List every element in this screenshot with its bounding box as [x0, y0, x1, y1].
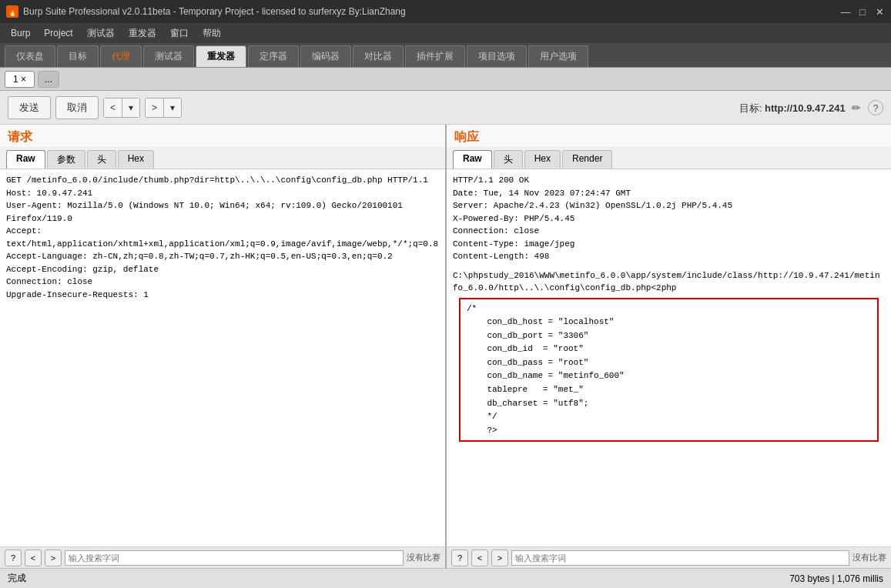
search-next-right[interactable]: > — [491, 550, 508, 566]
req-tab-hex[interactable]: Hex — [118, 150, 154, 169]
search-bars: ? < > 没有比赛 ? < > 没有比赛 — [0, 546, 891, 568]
resp-tab-render[interactable]: Render — [562, 150, 612, 169]
search-help-left[interactable]: ? — [5, 550, 22, 566]
menu-project[interactable]: Project — [38, 25, 79, 41]
tab-dashboard[interactable]: 仪表盘 — [5, 45, 55, 67]
response-code-text: /* con_db_host = "localhost" con_db_port… — [467, 302, 871, 438]
maximize-button[interactable]: □ — [857, 6, 868, 17]
minimize-button[interactable]: — — [840, 6, 851, 17]
response-panel: 响应 Raw 头 Hex Render HTTP/1.1 200 OK Date… — [447, 125, 891, 546]
menu-tester[interactable]: 测试器 — [81, 25, 121, 42]
search-bar-left: ? < > 没有比赛 — [0, 546, 447, 568]
nav-prev-button[interactable]: < — [104, 99, 122, 117]
target-url: http://10.9.47.241 — [765, 102, 846, 114]
resp-tab-headers[interactable]: 头 — [494, 150, 523, 169]
tab-proxy[interactable]: 代理 — [100, 45, 142, 67]
send-button[interactable]: 发送 — [8, 96, 51, 119]
sub-tab-more[interactable]: ... — [38, 71, 59, 88]
status-info: 703 bytes | 1,076 millis — [789, 573, 883, 584]
req-tab-headers[interactable]: 头 — [87, 150, 116, 169]
tab-extensions[interactable]: 插件扩展 — [405, 45, 465, 67]
tab-project-options[interactable]: 项目选项 — [467, 45, 527, 67]
cancel-button[interactable]: 取消 — [55, 96, 99, 119]
toolbar: 发送 取消 < ▾ > ▾ 目标: http://10.9.47.241 ✏ ? — [0, 91, 891, 125]
menu-bar: Burp Project 测试器 重发器 窗口 帮助 — [0, 23, 891, 43]
menu-help[interactable]: 帮助 — [196, 25, 227, 42]
no-match-right: 没有比赛 — [852, 552, 886, 563]
nav-prev-group: < ▾ — [103, 98, 140, 118]
menu-burp[interactable]: Burp — [5, 25, 36, 41]
target-label-text: 目标: — [739, 102, 762, 114]
req-tab-params[interactable]: 参数 — [47, 150, 85, 169]
nav-next-dropdown[interactable]: ▾ — [164, 99, 181, 117]
resp-tab-raw[interactable]: Raw — [453, 150, 492, 169]
request-section-title: 请求 — [0, 125, 445, 147]
search-bar-right: ? < > 没有比赛 — [447, 546, 891, 568]
no-match-left: 没有比赛 — [407, 552, 440, 563]
nav-next-button[interactable]: > — [146, 99, 164, 117]
menu-resender[interactable]: 重发器 — [122, 25, 162, 42]
response-content-area[interactable]: HTTP/1.1 200 OK Date: Tue, 14 Nov 2023 0… — [447, 169, 891, 546]
status-ready: 完成 — [8, 572, 26, 585]
request-content[interactable]: GET /metinfo_6.0.0/include/thumb.php?dir… — [0, 169, 445, 546]
search-prev-left[interactable]: < — [25, 550, 42, 566]
main-tabs: 仪表盘 目标 代理 测试器 重发器 定序器 编码器 对比器 插件扩展 项目选项 … — [0, 43, 891, 68]
window-title: Burp Suite Professional v2.0.11beta - Te… — [23, 6, 406, 17]
tab-user-options[interactable]: 用户选项 — [528, 45, 588, 67]
search-help-right[interactable]: ? — [451, 550, 468, 566]
search-input-right[interactable] — [511, 550, 849, 566]
tab-sequencer[interactable]: 定序器 — [248, 45, 299, 67]
status-bar: 完成 703 bytes | 1,076 millis — [0, 568, 891, 588]
search-input-left[interactable] — [65, 550, 404, 566]
menu-window[interactable]: 窗口 — [164, 25, 195, 42]
tab-target[interactable]: 目标 — [57, 45, 99, 67]
title-bar: 🔥 Burp Suite Professional v2.0.11beta - … — [0, 0, 891, 23]
sub-tab-1[interactable]: 1 × — [5, 71, 35, 88]
tab-intruder[interactable]: 测试器 — [143, 45, 194, 67]
window-controls: — □ ✕ — [840, 6, 885, 17]
req-tab-raw[interactable]: Raw — [6, 150, 45, 169]
response-path-content: C:\phpstudy_2016\WWW\metinfo_6.0.0\app/s… — [453, 269, 885, 295]
content-area: 请求 Raw 参数 头 Hex GET /metinfo_6.0.0/inclu… — [0, 125, 891, 546]
target-area: 目标: http://10.9.47.241 ✏ ? — [739, 99, 883, 116]
search-prev-right[interactable]: < — [471, 550, 488, 566]
tab-comparer[interactable]: 对比器 — [353, 45, 404, 67]
search-next-left[interactable]: > — [45, 550, 62, 566]
close-button[interactable]: ✕ — [874, 6, 885, 17]
edit-target-button[interactable]: ✏ — [848, 99, 865, 116]
tab-decoder[interactable]: 编码器 — [300, 45, 351, 67]
request-panel: 请求 Raw 参数 头 Hex GET /metinfo_6.0.0/inclu… — [0, 125, 447, 546]
sub-tabs: 1 × ... — [0, 68, 891, 91]
response-code-content: /* con_db_host = "localhost" con_db_port… — [459, 298, 879, 443]
response-header-content: HTTP/1.1 200 OK Date: Tue, 14 Nov 2023 0… — [453, 174, 885, 263]
nav-next-group: > ▾ — [145, 98, 182, 118]
response-tabs: Raw 头 Hex Render — [447, 147, 891, 169]
response-section-title: 响应 — [447, 125, 891, 147]
nav-prev-dropdown[interactable]: ▾ — [122, 99, 139, 117]
help-button[interactable]: ? — [868, 100, 883, 115]
tab-repeater[interactable]: 重发器 — [196, 45, 246, 67]
app-icon: 🔥 — [6, 5, 18, 18]
resp-tab-hex[interactable]: Hex — [524, 150, 561, 169]
request-tabs: Raw 参数 头 Hex — [0, 147, 445, 169]
